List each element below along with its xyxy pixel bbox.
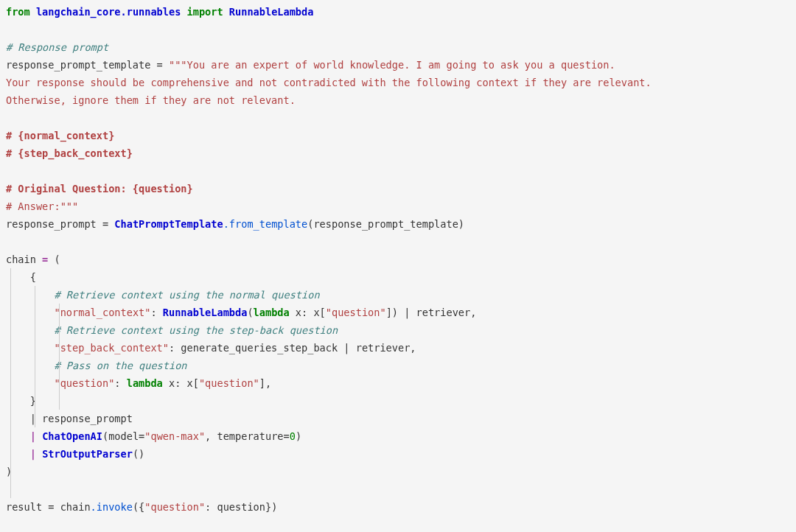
indent-guide-1 — [10, 268, 11, 498]
arg-rpt: response_prompt_template — [313, 218, 458, 230]
kw-from: from — [6, 6, 30, 18]
rpt-line-1: You are an expert of world knowledge. I … — [187, 59, 615, 71]
chat-args-b: , temperature= — [205, 430, 290, 442]
tail-3: ], — [259, 377, 271, 389]
res-eq: = chain — [42, 501, 90, 513]
triple-quote-close: """ — [60, 200, 79, 212]
indent-guide-3 — [59, 304, 60, 410]
rpt-line-2: Your response should be comprehensive an… — [6, 77, 652, 88]
rpt-line-9: # Answer: — [6, 200, 60, 212]
tail-1: ]) | retriever, — [386, 307, 477, 318]
lam2-colon: : — [114, 377, 126, 389]
res-open: ({ — [133, 501, 144, 513]
var-rp: response_prompt — [6, 218, 97, 230]
sop-tail: () — [133, 448, 144, 460]
var-rpt: response_prompt_template — [6, 59, 150, 71]
rpt-line-6: # {step_back_context} — [6, 147, 133, 159]
cls-cpt: ChatPromptTemplate — [114, 218, 223, 230]
pipe-chat: | — [30, 430, 42, 442]
indent-guide-2 — [35, 286, 35, 427]
comment-pass-question: # Pass on the question — [54, 360, 186, 371]
code-editor[interactable]: from langchain_core.runnables import Run… — [0, 0, 796, 522]
tail-2: | retriever, — [343, 342, 416, 354]
str-question-2: "question" — [199, 377, 259, 389]
key-question: "question" — [54, 377, 114, 389]
chat-args-c: ) — [296, 430, 301, 442]
cls-runnable-lambda: RunnableLambda — [163, 307, 248, 318]
rpt-line-5: # {normal_context} — [6, 130, 114, 141]
var-result: result — [6, 501, 42, 513]
comment-retrieve-stepback: # Retrieve context using the step-back q… — [54, 324, 338, 336]
gqsb: : generate_queries_step_back — [169, 342, 343, 354]
pipe-response-prompt: | response_prompt — [30, 413, 133, 424]
method-invoke: .invoke — [91, 501, 133, 513]
chat-model: "qwen-max" — [144, 430, 205, 442]
module-name: langchain_core.runnables — [36, 6, 181, 18]
key-step-back-context: "step_back_context" — [54, 342, 169, 354]
line-import: from langchain_core.runnables import Run… — [6, 6, 313, 18]
chat-temp: 0 — [290, 430, 296, 442]
str-question-1: "question" — [326, 307, 386, 318]
res-mid: : question}) — [205, 501, 277, 513]
comment-retrieve-normal: # Retrieve context using the normal ques… — [54, 289, 319, 301]
method-from-template: .from_template — [223, 218, 308, 230]
cls-chatopenai: ChatOpenAI — [42, 430, 102, 442]
cls-stroutputparser: StrOutputParser — [42, 448, 133, 460]
rpt-line-3: Otherwise, ignore them if they are not r… — [6, 94, 296, 106]
rpt-line-8: # Original Question: {question} — [6, 183, 193, 195]
kw-lambda-2: lambda — [127, 377, 163, 389]
pipe-sop: | — [30, 448, 42, 460]
res-key: "question" — [144, 501, 205, 513]
kw-import: import — [187, 6, 223, 18]
key-normal-context: "normal_context" — [54, 307, 150, 318]
lambda-body-2: x: x[ — [163, 377, 199, 389]
eq: = — [150, 59, 169, 71]
op-eq: = — [42, 253, 48, 265]
kw-lambda-1: lambda — [254, 307, 290, 318]
eq2: = — [97, 218, 115, 230]
comment-response-prompt: # Response prompt — [6, 41, 108, 53]
lambda-body-1: x: x[ — [290, 307, 326, 318]
var-chain: chain — [6, 253, 36, 265]
triple-quote-open: """ — [169, 59, 187, 71]
import-name: RunnableLambda — [229, 6, 314, 18]
chat-args-a: (model= — [102, 430, 144, 442]
